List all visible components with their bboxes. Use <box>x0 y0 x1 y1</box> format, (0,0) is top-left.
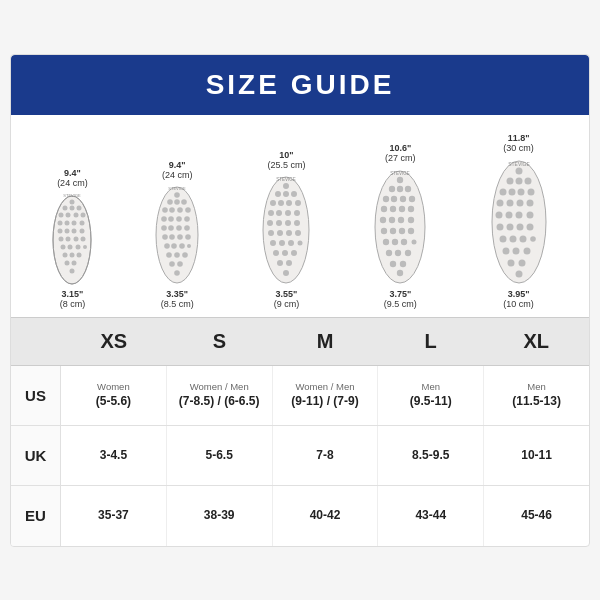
svg-point-91 <box>282 250 288 256</box>
svg-point-101 <box>405 185 411 191</box>
svg-point-6 <box>59 212 64 217</box>
shoe-l-svg: STEVIGE <box>371 165 430 285</box>
svg-point-117 <box>408 227 414 233</box>
size-labels-row: XS S M L XL <box>11 317 589 366</box>
size-table: US Women (5-5.6) Women / Men (7-8.5) / (… <box>11 366 589 546</box>
svg-point-41 <box>185 207 191 213</box>
shoe-xl-svg: STEVIGE <box>487 155 551 285</box>
svg-point-138 <box>496 199 503 206</box>
size-xl-label: XL <box>483 318 589 365</box>
svg-point-130 <box>515 167 522 174</box>
svg-point-84 <box>286 230 292 236</box>
svg-point-31 <box>70 268 75 273</box>
svg-point-43 <box>168 216 174 222</box>
svg-point-23 <box>68 244 73 249</box>
shoe-xs-svg: STEVIGE <box>49 190 95 285</box>
svg-point-67 <box>275 191 281 197</box>
xs-width-label: 3.15"(8 cm) <box>60 289 86 309</box>
svg-point-126 <box>400 260 406 266</box>
svg-point-113 <box>408 216 414 222</box>
size-xs-label: XS <box>61 318 167 365</box>
svg-point-147 <box>506 223 513 230</box>
size-row-empty <box>11 318 61 365</box>
svg-text:STEVIGE: STEVIGE <box>390 171 410 176</box>
svg-point-13 <box>80 220 85 225</box>
svg-point-146 <box>496 223 503 230</box>
svg-point-75 <box>276 210 282 216</box>
uk-row: UK 3-4.5 5-6.5 7-8 8.5-9.5 10-11 <box>11 426 589 486</box>
svg-point-145 <box>526 211 533 218</box>
svg-point-78 <box>267 220 273 226</box>
svg-point-45 <box>184 216 190 222</box>
svg-point-59 <box>174 252 180 258</box>
svg-point-60 <box>182 252 188 258</box>
shoe-images-section: 9.4"(24 cm) STEVIGE 3.15"(8 cm) <box>11 115 589 317</box>
svg-point-120 <box>401 238 407 244</box>
svg-point-71 <box>278 200 284 206</box>
svg-point-154 <box>502 247 509 254</box>
svg-point-140 <box>516 199 523 206</box>
svg-text:STEVIGE: STEVIGE <box>276 177 296 182</box>
svg-point-141 <box>526 199 533 206</box>
svg-point-80 <box>285 220 291 226</box>
size-m-label: M <box>272 318 378 365</box>
svg-point-108 <box>399 205 405 211</box>
svg-point-57 <box>187 244 191 248</box>
uk-xl-cell: 10-11 <box>484 426 589 485</box>
shoe-s: 9.4"(24 cm) STEVIGE 3.35"(8.5 cm) <box>152 160 202 309</box>
svg-point-115 <box>390 227 396 233</box>
eu-s-cell: 38-39 <box>167 486 273 546</box>
svg-point-54 <box>164 243 170 249</box>
svg-point-121 <box>411 239 416 244</box>
us-xl-cell: Men (11.5-13) <box>484 366 589 425</box>
svg-point-16 <box>72 228 77 233</box>
us-row: US Women (5-5.6) Women / Men (7-8.5) / (… <box>11 366 589 426</box>
svg-point-87 <box>279 240 285 246</box>
svg-point-151 <box>509 235 516 242</box>
svg-point-92 <box>291 250 297 256</box>
svg-point-52 <box>177 234 183 240</box>
svg-point-77 <box>294 210 300 216</box>
shoe-m-svg: STEVIGE <box>259 172 314 285</box>
svg-point-103 <box>391 195 397 201</box>
svg-point-37 <box>181 199 187 205</box>
svg-point-153 <box>530 236 536 242</box>
svg-point-139 <box>506 199 513 206</box>
svg-point-46 <box>161 225 167 231</box>
svg-point-69 <box>291 191 297 197</box>
svg-point-5 <box>77 205 82 210</box>
svg-point-98 <box>397 176 403 182</box>
svg-point-8 <box>74 212 79 217</box>
shoe-xs: 9.4"(24 cm) STEVIGE 3.15"(8 cm) <box>49 168 95 309</box>
shoe-m: 10"(25.5 cm) STEVIGE 3.55"(9 cm) <box>259 150 314 309</box>
svg-point-149 <box>526 223 533 230</box>
eu-l-cell: 43-44 <box>378 486 484 546</box>
svg-point-81 <box>294 220 300 226</box>
shoe-s-svg: STEVIGE <box>152 182 202 285</box>
xl-length-label: 11.8"(30 cm) <box>503 133 534 153</box>
svg-point-20 <box>74 236 79 241</box>
svg-point-70 <box>270 200 276 206</box>
svg-point-55 <box>171 243 177 249</box>
svg-point-152 <box>519 235 526 242</box>
svg-point-110 <box>380 216 386 222</box>
xs-length-label: 9.4"(24 cm) <box>57 168 88 188</box>
svg-point-107 <box>390 205 396 211</box>
svg-point-118 <box>383 238 389 244</box>
svg-point-24 <box>76 244 81 249</box>
svg-point-9 <box>81 212 86 217</box>
svg-point-61 <box>169 261 175 267</box>
eu-xs-cell: 35-37 <box>61 486 167 546</box>
svg-point-62 <box>177 261 183 267</box>
size-s-label: S <box>167 318 273 365</box>
m-length-label: 10"(25.5 cm) <box>267 150 305 170</box>
svg-point-93 <box>277 260 283 266</box>
shoe-l: 10.6"(27 cm) STEVIGE 3.75"(9.5 cm) <box>371 143 430 309</box>
svg-point-82 <box>268 230 274 236</box>
svg-point-58 <box>166 252 172 258</box>
svg-point-22 <box>61 244 66 249</box>
svg-point-133 <box>524 177 531 184</box>
svg-point-127 <box>397 269 403 275</box>
s-length-label: 9.4"(24 cm) <box>162 160 193 180</box>
svg-point-12 <box>72 220 77 225</box>
